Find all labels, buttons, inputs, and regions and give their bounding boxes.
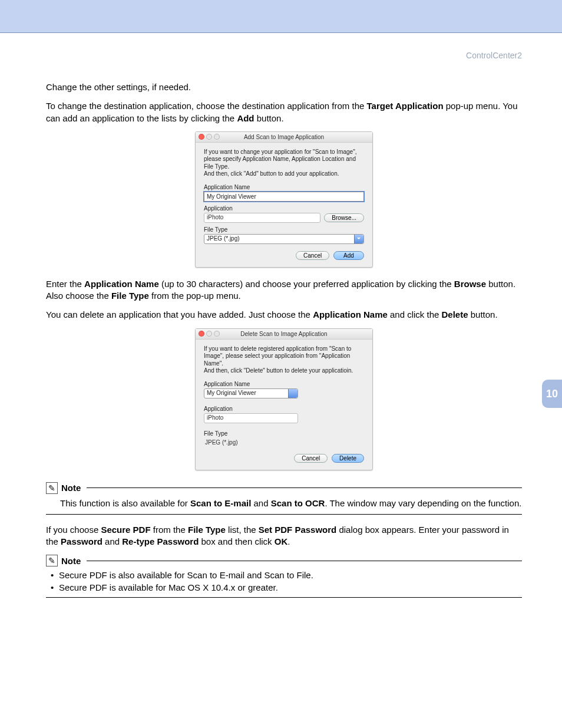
application-field: iPhoto [204,413,298,423]
file-type-label: File Type [204,226,364,233]
note-block: ✎ Note Secure PDF is also available for … [46,555,522,598]
dialog-title-bar: Delete Scan to Image Application [196,329,372,340]
app-name-select[interactable]: My Original Viewer [204,388,298,398]
note-list: Secure PDF is also available for Scan to… [46,570,522,592]
close-icon[interactable] [199,134,204,140]
app-name-input[interactable] [204,192,364,202]
window-controls [199,134,220,140]
browse-button[interactable]: Browse... [324,213,364,222]
divider [46,514,522,515]
list-item: Secure PDF is available for Mac OS X 10.… [51,582,522,592]
file-type-label: File Type [204,430,364,437]
chapter-tab: 10 [542,380,562,408]
dialog-instructions: If you want to change your application f… [204,149,364,178]
minimize-icon [206,331,212,337]
top-banner [0,0,562,33]
file-type-value: JPEG (*.jpg) [204,438,364,447]
zoom-icon [214,134,220,140]
paragraph: Enter the Application Name (up to 30 cha… [46,278,522,302]
dialog-title-bar: Add Scan to Image Application [196,132,372,143]
close-icon[interactable] [199,331,204,337]
add-button[interactable]: Add [333,251,364,260]
dialog-title: Add Scan to Image Application [244,134,324,140]
note-icon: ✎ [46,555,58,566]
dialog-instructions: If you want to delete registered applica… [204,345,364,375]
chevron-down-icon [288,389,297,398]
paragraph: You can delete an application that you h… [46,309,522,321]
list-item: Secure PDF is also available for Scan to… [51,570,522,580]
section-header: ControlCenter2 [46,51,522,60]
application-field: iPhoto [204,213,320,223]
application-label: Application [204,406,364,412]
chevron-down-icon [354,235,363,243]
paragraph: Change the other settings, if needed. [46,81,522,93]
note-title: Note [61,483,81,493]
delete-button[interactable]: Delete [332,454,364,463]
dialog-title: Delete Scan to Image Application [240,331,327,337]
delete-application-dialog: Delete Scan to Image Application If you … [195,328,373,470]
cancel-button[interactable]: Cancel [296,251,329,260]
divider [87,561,522,561]
app-name-label: Application Name [204,381,364,387]
minimize-icon [206,134,212,140]
cancel-button[interactable]: Cancel [294,454,328,463]
divider [46,597,522,598]
paragraph: If you choose Secure PDF from the File T… [46,524,522,548]
file-type-select[interactable]: JPEG (*.jpg) [204,234,364,244]
paragraph: To change the destination application, c… [46,100,522,124]
note-body: This function is also available for Scan… [46,498,522,509]
application-label: Application [204,205,364,212]
note-block: ✎ Note This function is also available f… [46,482,522,515]
zoom-icon [214,331,220,337]
note-title: Note [61,556,81,566]
note-icon: ✎ [46,482,58,494]
app-name-label: Application Name [204,184,364,190]
add-application-dialog: Add Scan to Image Application If you wan… [195,131,373,268]
window-controls [199,331,220,337]
divider [87,487,522,488]
